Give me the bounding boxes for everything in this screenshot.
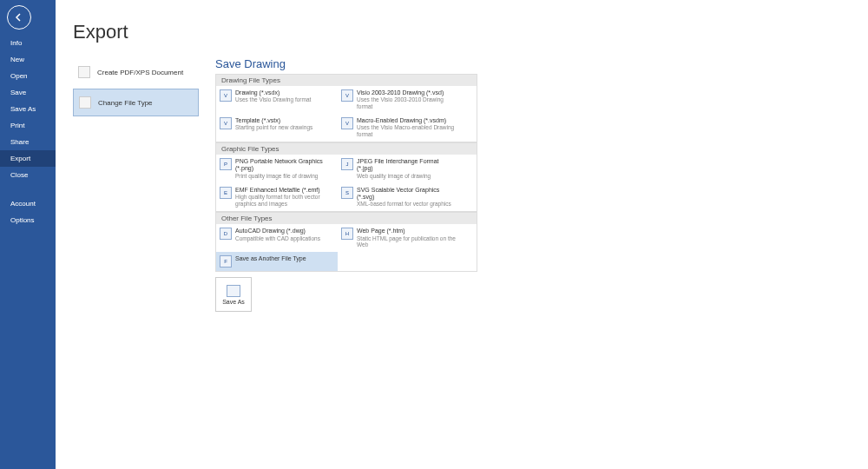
file-type-htm[interactable]: HWeb Page (*.htm)Static HTML page for pu… xyxy=(338,224,459,252)
png-file-icon: P xyxy=(220,158,232,170)
file-type-jpg[interactable]: JJPEG File Interchange Format (*.jpg)Web… xyxy=(338,155,459,183)
save-as-label: Save As xyxy=(222,299,245,305)
section-title: Save Drawing xyxy=(215,57,477,70)
file-type-name: AutoCAD Drawing (*.dwg) xyxy=(235,228,320,234)
file-type-desc: Compatible with CAD applications xyxy=(235,235,320,242)
file-type-desc: Uses the Visio Macro-enabled Drawing for… xyxy=(357,124,456,138)
file-type-desc: Web quality image of drawing xyxy=(357,173,456,180)
file-type-vsdm[interactable]: VMacro-Enabled Drawing (*.vsdm)Uses the … xyxy=(338,114,459,142)
nav-save[interactable]: Save xyxy=(0,84,56,101)
file-type-desc: Uses the Visio 2003-2010 Drawing format xyxy=(357,96,456,110)
save-disk-icon xyxy=(227,285,240,297)
export-create-pdf-xps[interactable]: Create PDF/XPS Document xyxy=(73,59,199,85)
export-option-label: Create PDF/XPS Document xyxy=(97,69,183,76)
pdf-xps-icon xyxy=(78,66,90,78)
file-type-name: PNG Portable Network Graphics (*.png) xyxy=(235,158,334,173)
export-option-label: Change File Type xyxy=(98,99,153,107)
nav-account[interactable]: Account xyxy=(0,195,56,212)
file-type-vsd[interactable]: VVisio 2003-2010 Drawing (*.vsd)Uses the… xyxy=(338,86,459,114)
file-type-name: Drawing (*.vsdx) xyxy=(235,89,311,96)
file-type-name: Web Page (*.htm) xyxy=(357,228,456,234)
file-type-name: Template (*.vstx) xyxy=(235,117,312,124)
file-type-name: EMF Enhanced Metafile (*.emf) xyxy=(235,187,334,194)
file-type-name: SVG Scalable Vector Graphics (*.svg) xyxy=(357,187,456,201)
group-header-graphic: Graphic File Types xyxy=(215,142,477,155)
nav-open[interactable]: Open xyxy=(0,68,56,84)
back-button[interactable] xyxy=(7,5,31,30)
nav-new[interactable]: New xyxy=(0,51,56,68)
file-type-desc: Static HTML page for publication on the … xyxy=(357,235,456,249)
nav-close[interactable]: Close xyxy=(0,167,56,183)
group-header-other: Other File Types xyxy=(215,212,477,224)
change-file-type-icon xyxy=(79,96,91,109)
file-type-desc: XML-based format for vector graphics xyxy=(357,201,456,208)
dwg-file-icon: D xyxy=(220,228,232,240)
file-type-desc: Uses the Visio Drawing format xyxy=(235,96,311,103)
htm-file-icon: H xyxy=(341,228,353,240)
file-type-name: JPEG File Interchange Format (*.jpg) xyxy=(357,158,456,173)
file-type-vstx[interactable]: VTemplate (*.vstx)Starting point for new… xyxy=(216,114,338,142)
save-as-button[interactable]: Save As xyxy=(215,277,252,312)
file-type-vsdx[interactable]: VDrawing (*.vsdx)Uses the Visio Drawing … xyxy=(216,86,338,114)
back-arrow-icon xyxy=(14,12,24,23)
visio-file-icon: V xyxy=(341,89,353,102)
nav-save-as[interactable]: Save As xyxy=(0,101,56,117)
nav-print[interactable]: Print xyxy=(0,117,56,134)
save-drawing-panel: Save Drawing Drawing File Types VDrawing… xyxy=(215,57,477,312)
group-body-other: DAutoCAD Drawing (*.dwg)Compatible with … xyxy=(215,224,477,272)
file-type-desc: Print quality image file of drawing xyxy=(235,173,334,180)
jpg-file-icon: J xyxy=(341,158,353,170)
nav-export[interactable]: Export xyxy=(0,150,56,167)
file-type-save-as-another[interactable]: FSave as Another File Type xyxy=(216,252,338,271)
file-type-svg[interactable]: SSVG Scalable Vector Graphics (*.svg)XML… xyxy=(338,183,459,212)
nav-share[interactable]: Share xyxy=(0,134,56,150)
page-title: Export xyxy=(73,21,868,43)
generic-file-icon: F xyxy=(220,255,232,268)
group-header-drawing: Drawing File Types xyxy=(215,74,477,86)
file-type-name: Visio 2003-2010 Drawing (*.vsd) xyxy=(357,89,456,96)
file-type-emf[interactable]: EEMF Enhanced Metafile (*.emf)High quali… xyxy=(216,183,338,212)
group-body-drawing: VDrawing (*.vsdx)Uses the Visio Drawing … xyxy=(215,86,477,142)
backstage-sidebar: Info New Open Save Save As Print Share E… xyxy=(0,0,56,469)
file-type-desc: Starting point for new drawings xyxy=(235,124,312,131)
visio-file-icon: V xyxy=(220,89,232,102)
file-type-png[interactable]: PPNG Portable Network Graphics (*.png)Pr… xyxy=(216,155,338,183)
nav-info[interactable]: Info xyxy=(0,35,56,51)
export-change-file-type[interactable]: Change File Type xyxy=(73,89,199,116)
file-type-desc: High quality format for both vector grap… xyxy=(235,194,334,208)
file-type-dwg[interactable]: DAutoCAD Drawing (*.dwg)Compatible with … xyxy=(216,224,338,252)
svg-file-icon: S xyxy=(341,187,353,199)
visio-file-icon: V xyxy=(220,117,232,129)
file-type-name: Save as Another File Type xyxy=(235,255,306,262)
export-options-list: Create PDF/XPS Document Change File Type xyxy=(73,59,199,120)
visio-file-icon: V xyxy=(341,117,353,129)
nav-options[interactable]: Options xyxy=(0,212,56,228)
group-body-graphic: PPNG Portable Network Graphics (*.png)Pr… xyxy=(215,155,477,212)
emf-file-icon: E xyxy=(220,187,232,199)
file-type-name: Macro-Enabled Drawing (*.vsdm) xyxy=(357,117,456,124)
